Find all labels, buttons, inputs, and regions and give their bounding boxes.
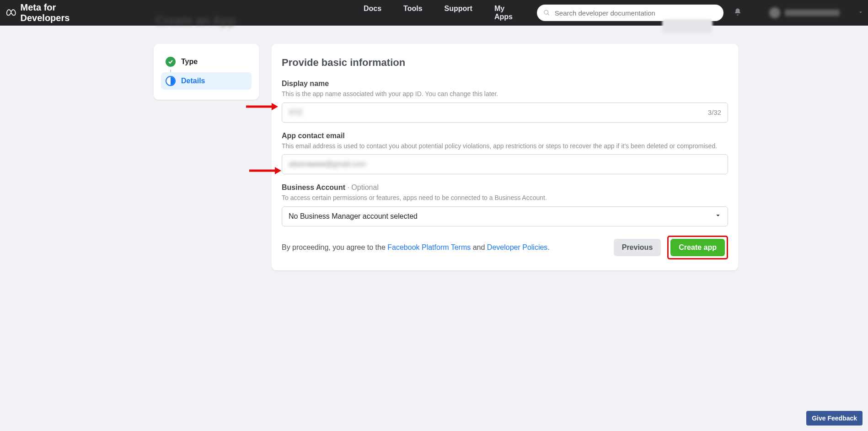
business-selected: No Business Manager account selected	[289, 212, 418, 221]
display-name-group: Display name This is the app name associ…	[282, 80, 728, 123]
search-icon	[543, 9, 550, 16]
create-app-button[interactable]: Create app	[670, 239, 725, 256]
agree-text: By proceeding, you agree to the Facebook…	[282, 243, 550, 252]
display-name-hint: This is the app name associated with you…	[282, 90, 728, 99]
ghost-cancel-button	[662, 19, 713, 33]
display-name-input[interactable]: XYZ 3/32	[282, 102, 728, 123]
business-label: Business Account · Optional	[282, 183, 728, 192]
display-name-label: Display name	[282, 80, 728, 88]
main-card: Provide basic information Display name T…	[272, 44, 738, 270]
search-box[interactable]	[537, 5, 723, 21]
card-title: Provide basic information	[282, 57, 728, 69]
display-name-value: XYZ	[289, 108, 303, 117]
nav-support[interactable]: Support	[445, 5, 472, 21]
developer-policies-link[interactable]: Developer Policies	[487, 243, 548, 251]
email-input[interactable]: abeer●●●●@gmail.com	[282, 154, 728, 174]
half-circle-icon	[166, 76, 176, 86]
agree-suffix: .	[547, 243, 549, 251]
previous-button[interactable]: Previous	[614, 239, 661, 256]
user-menu[interactable]	[769, 7, 840, 18]
email-group: App contact email This email address is …	[282, 132, 728, 175]
agree-prefix: By proceeding, you agree to the	[282, 243, 387, 251]
step-details[interactable]: Details	[161, 72, 252, 90]
user-name	[785, 10, 840, 16]
char-count: 3/32	[708, 108, 721, 116]
meta-icon	[5, 7, 17, 19]
business-group: Business Account · Optional To access ce…	[282, 183, 728, 226]
step-type-label: Type	[181, 58, 198, 66]
notifications-icon[interactable]	[734, 8, 742, 18]
chevron-down-icon[interactable]	[858, 9, 863, 17]
email-hint: This email address is used to contact yo…	[282, 142, 728, 151]
search-input[interactable]	[555, 9, 717, 17]
brand-title: Meta for Developers	[21, 2, 103, 23]
step-details-label: Details	[181, 77, 205, 85]
nav-links: Docs Tools Support My Apps	[364, 5, 516, 21]
platform-terms-link[interactable]: Facebook Platform Terms	[387, 243, 471, 251]
caret-down-icon	[715, 212, 721, 221]
brand-logo[interactable]: Meta for Developers	[5, 2, 103, 23]
nav-myapps[interactable]: My Apps	[494, 5, 516, 21]
step-type[interactable]: Type	[161, 53, 252, 70]
checkmark-icon	[166, 57, 176, 67]
button-group: Previous Create app	[614, 236, 728, 259]
give-feedback-button[interactable]: Give Feedback	[806, 411, 863, 426]
business-optional: · Optional	[345, 183, 379, 191]
nav-tools[interactable]: Tools	[403, 5, 422, 21]
page-title-ghost: Create an App	[155, 14, 236, 28]
svg-point-0	[544, 10, 548, 14]
agree-middle: and	[471, 243, 487, 251]
email-value: abeer●●●●@gmail.com	[289, 160, 366, 168]
business-select[interactable]: No Business Manager account selected	[282, 206, 728, 226]
footer-row: By proceeding, you agree to the Facebook…	[282, 236, 728, 259]
top-navigation: Meta for Developers Docs Tools Support M…	[0, 0, 868, 26]
highlight-box: Create app	[667, 236, 728, 259]
svg-line-1	[547, 14, 549, 15]
nav-docs[interactable]: Docs	[364, 5, 381, 21]
business-label-text: Business Account	[282, 183, 345, 191]
business-hint: To access certain permissions or feature…	[282, 194, 728, 203]
avatar	[769, 7, 780, 18]
steps-sidebar: Type Details	[154, 44, 259, 100]
email-label: App contact email	[282, 132, 728, 140]
